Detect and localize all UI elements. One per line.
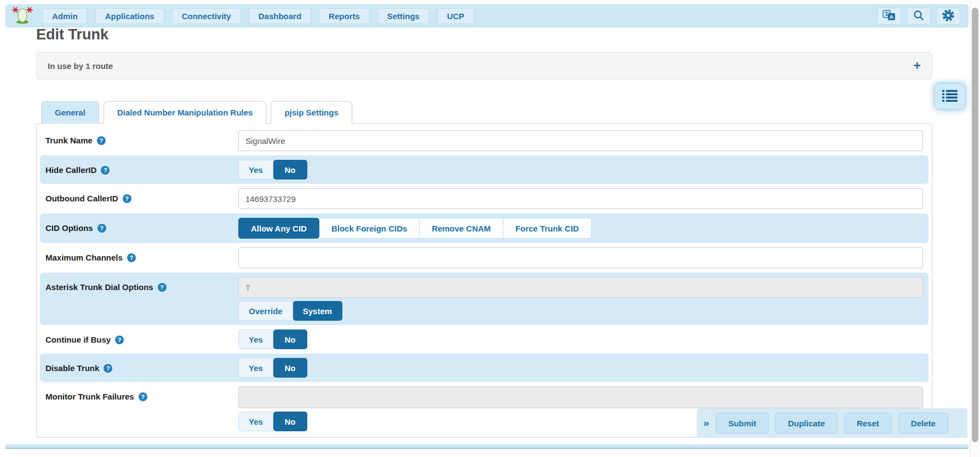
monitor-trunk-failures-toggle: Yes No (238, 412, 307, 431)
nav-admin[interactable]: Admin (42, 8, 88, 24)
form-row-hide-callerid: Hide CallerID ? Yes No (40, 155, 929, 184)
disable-trunk-toggle: Yes No (238, 358, 307, 378)
search-icon (913, 9, 925, 23)
dial-options-mode-toggle: Override System (238, 301, 342, 321)
tab-general[interactable]: General (41, 101, 99, 124)
disable-trunk-yes-button[interactable]: Yes (238, 358, 273, 378)
help-icon[interactable]: ? (98, 224, 106, 233)
monitor-trunk-failures-input (238, 386, 923, 408)
cid-remove-cnam-button[interactable]: Remove CNAM (420, 218, 503, 239)
continue-if-busy-no-button[interactable]: No (273, 329, 307, 349)
outbound-callerid-label: Outbound CallerID (45, 194, 118, 203)
navbar-right-tools: A (877, 8, 960, 25)
outbound-callerid-input[interactable] (238, 188, 923, 209)
usage-text: In use by 1 route (48, 61, 113, 71)
duplicate-button[interactable]: Duplicate (775, 413, 838, 433)
frog-logo-icon (12, 6, 33, 26)
cid-block-foreign-button[interactable]: Block Foreign CIDs (319, 218, 420, 239)
cid-force-trunk-button[interactable]: Force Trunk CID (503, 218, 592, 239)
maximum-channels-input[interactable] (238, 247, 923, 268)
settings-gear-button[interactable] (936, 8, 960, 25)
expand-plus-icon[interactable]: + (914, 60, 921, 72)
general-tab-panel: Trunk Name ? Hide CallerID ? Yes No (36, 123, 932, 438)
asterisk-dial-options-input (238, 277, 923, 298)
dial-options-override-button[interactable]: Override (238, 301, 293, 321)
asterisk-trunk-dial-options-label: Asterisk Trunk Dial Options (45, 282, 153, 292)
submit-button[interactable]: Submit (716, 413, 769, 433)
collapse-action-bar-icon[interactable]: » (703, 417, 709, 429)
delete-button[interactable]: Delete (898, 413, 948, 433)
nav-dashboard[interactable]: Dashboard (249, 8, 311, 24)
trunk-name-input[interactable] (238, 130, 923, 151)
main-menu: Admin Applications Connectivity Dashboar… (42, 8, 474, 24)
help-icon[interactable]: ? (127, 253, 136, 262)
nav-settings[interactable]: Settings (377, 8, 429, 24)
hide-callerid-toggle: Yes No (238, 160, 307, 180)
help-icon[interactable]: ? (158, 283, 167, 292)
tab-bar: General Dialed Number Manipulation Rules… (41, 101, 352, 124)
continue-if-busy-yes-button[interactable]: Yes (238, 329, 273, 349)
usage-panel[interactable]: In use by 1 route + (36, 52, 932, 79)
list-icon (942, 90, 958, 103)
form-row-disable-trunk: Disable Trunk ? Yes No (40, 354, 929, 382)
cid-allow-any-button[interactable]: Allow Any CID (238, 218, 319, 239)
form-row-trunk-name: Trunk Name ? (40, 126, 929, 155)
help-icon[interactable]: ? (97, 136, 106, 145)
nav-reports[interactable]: Reports (319, 8, 370, 24)
freepbx-logo[interactable] (12, 7, 33, 25)
continue-if-busy-label: Continue if Busy (45, 335, 111, 344)
hide-callerid-label: Hide CallerID (45, 165, 96, 175)
hide-callerid-yes-button[interactable]: Yes (238, 160, 273, 180)
cid-options-label: CID Options (45, 223, 93, 233)
action-bar: » Submit Duplicate Reset Delete (697, 408, 967, 438)
monitor-failures-no-button[interactable]: No (273, 412, 307, 431)
top-navbar: Admin Applications Connectivity Dashboar… (5, 4, 968, 27)
reset-button[interactable]: Reset (844, 413, 892, 433)
language-button[interactable]: A (877, 8, 901, 25)
maximum-channels-label: Maximum Channels (45, 253, 123, 262)
disable-trunk-label: Disable Trunk (45, 363, 99, 373)
form-row-cid-options: CID Options ? Allow Any CID Block Foreig… (40, 213, 929, 243)
tab-dialed-number-manipulation-rules[interactable]: Dialed Number Manipulation Rules (104, 101, 267, 124)
cid-options-buttonset: Allow Any CID Block Foreign CIDs Remove … (238, 218, 592, 239)
help-icon[interactable]: ? (101, 166, 110, 175)
dial-options-system-button[interactable]: System (293, 301, 342, 321)
nav-connectivity[interactable]: Connectivity (172, 8, 241, 24)
continue-if-busy-toggle: Yes No (238, 329, 307, 349)
help-icon[interactable]: ? (104, 364, 112, 373)
monitor-failures-yes-button[interactable]: Yes (238, 412, 273, 431)
search-button[interactable] (907, 8, 931, 25)
gear-icon (942, 9, 955, 24)
language-icon: A (882, 10, 896, 22)
form-row-continue-if-busy: Continue if Busy ? Yes No (40, 325, 929, 354)
help-icon[interactable]: ? (123, 194, 131, 203)
trunk-name-label: Trunk Name (45, 136, 93, 145)
trunk-list-button[interactable] (935, 83, 965, 109)
disable-trunk-no-button[interactable]: No (273, 358, 307, 378)
form-row-maximum-channels: Maximum Channels ? (40, 243, 929, 273)
help-icon[interactable]: ? (115, 335, 124, 344)
hide-callerid-no-button[interactable]: No (273, 160, 307, 180)
footer-strip (5, 444, 968, 449)
help-icon[interactable]: ? (139, 392, 147, 401)
form-row-outbound-callerid: Outbound CallerID ? (40, 184, 929, 213)
form-row-asterisk-trunk-dial-options: Asterisk Trunk Dial Options ? Override S… (40, 273, 929, 325)
nav-ucp[interactable]: UCP (437, 8, 474, 24)
monitor-trunk-failures-label: Monitor Trunk Failures (45, 392, 134, 401)
scrollbar-thumb[interactable] (972, 8, 978, 442)
svg-text:A: A (890, 13, 893, 19)
vertical-scrollbar[interactable] (970, 0, 980, 457)
nav-applications[interactable]: Applications (95, 8, 164, 24)
tab-pjsip-settings[interactable]: pjsip Settings (271, 101, 352, 124)
page-title: Edit Trunk (36, 26, 108, 43)
